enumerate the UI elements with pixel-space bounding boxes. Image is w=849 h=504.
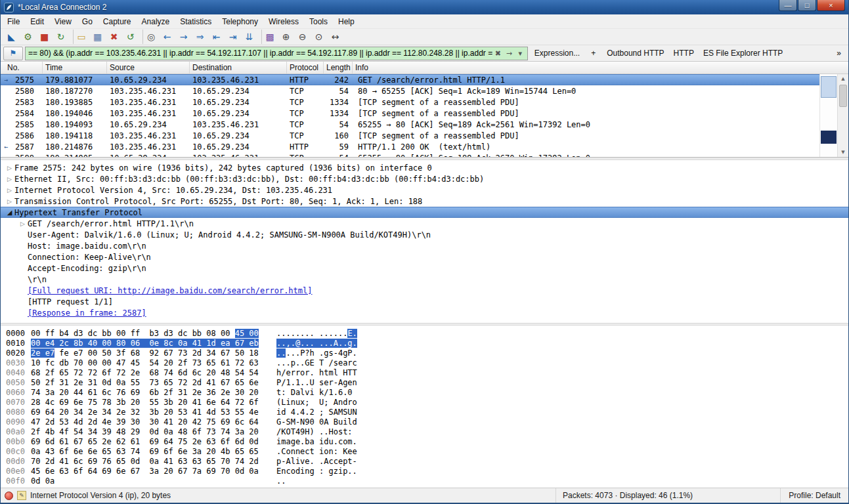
packet-row[interactable]: → 2575 179.881077 10.65.29.234 103.235.4…	[1, 74, 819, 85]
hex-row[interactable]: 00e0 45 6e 63 6f 64 69 6e 67 3a 20 67 7a…	[6, 467, 848, 476]
menu-item[interactable]: Help	[333, 16, 360, 28]
hex-row[interactable]: 0030 10 fc db 70 00 00 47 45 54 20 2f 73…	[6, 358, 848, 368]
detail-row[interactable]: ▷ Frame 2575: 242 bytes on wire (1936 bi…	[1, 162, 848, 173]
detail-row[interactable]: ▷ GET /search/error.html HTTP/1.1\r\n	[1, 218, 848, 229]
expander-icon[interactable]: ▷	[5, 198, 14, 205]
menu-item[interactable]: Tools	[304, 16, 333, 28]
resize-columns-button[interactable]: ↔	[327, 30, 343, 44]
packet-row[interactable]: 2584 180.194046 103.235.46.231 10.65.29.…	[1, 108, 819, 119]
expander-icon[interactable]: ◢	[5, 209, 14, 216]
zoom-100-button[interactable]: ⊙	[311, 30, 327, 44]
save-capture-button[interactable]: ▦	[89, 30, 106, 44]
hex-row[interactable]: 0090 47 2d 53 4d 2d 4e 39 30 30 41 20 42…	[6, 417, 848, 427]
column-header[interactable]: Length	[324, 62, 353, 74]
expander-icon[interactable]: ▷	[5, 165, 14, 171]
maximize-button[interactable]: □	[798, 0, 816, 11]
expression-button[interactable]: Expression...	[530, 49, 584, 58]
scroll-up-icon[interactable]: ▲	[838, 74, 848, 83]
menu-item[interactable]: View	[49, 16, 77, 28]
detail-row[interactable]: [HTTP request 1/1]	[1, 296, 848, 307]
scrollbar-thumb[interactable]	[839, 85, 847, 107]
clear-filter-icon[interactable]: ✖	[492, 49, 504, 58]
detail-row[interactable]: [Full request URI: http://image.baidu.co…	[1, 285, 848, 296]
minimize-button[interactable]: —	[779, 0, 797, 11]
reload-capture-button[interactable]: ↺	[122, 30, 139, 44]
go-first-packet-button[interactable]: ⇤	[208, 30, 225, 44]
filter-shortcut-button[interactable]: Outbound HTTP	[602, 49, 668, 58]
menu-item[interactable]: Statistics	[175, 16, 217, 28]
menu-item[interactable]: Wireless	[263, 16, 304, 28]
add-filter-shortcut-button[interactable]: +	[586, 49, 600, 58]
packet-list-scrollbar[interactable]: ▲ ▼	[837, 74, 848, 157]
packet-row[interactable]: ← 2587 180.214876 103.235.46.231 10.65.2…	[1, 141, 819, 152]
go-last-packet-button[interactable]: ⇥	[225, 30, 241, 44]
hex-row[interactable]: 0010 00 e4 2c 8b 40 00 80 06 0e 8c 0a 41…	[6, 339, 848, 348]
close-capture-button[interactable]: ✖	[106, 30, 122, 44]
hex-row[interactable]: 00c0 0a 43 6f 6e 6e 65 63 74 69 6f 6e 3a…	[6, 447, 848, 457]
detail-row[interactable]: [Response in frame: 2587]	[1, 307, 848, 318]
intelligent-scrollbar-minimap[interactable]	[819, 74, 837, 157]
hex-row[interactable]: 0060 74 3a 20 44 61 6c 76 69 6b 2f 31 2e…	[6, 388, 848, 398]
toolbar-overflow-button[interactable]: »	[832, 49, 846, 58]
capture-options-button[interactable]: ⚙	[20, 30, 36, 44]
hex-row[interactable]: 0040 68 2f 65 72 72 6f 72 2e 68 74 6d 6c…	[6, 368, 848, 378]
auto-scroll-button[interactable]: ⇊	[241, 30, 257, 44]
filter-shortcut-button[interactable]: ES File Explorer HTTP	[699, 49, 787, 58]
stop-capture-button[interactable]: ■	[36, 30, 53, 44]
go-to-packet-button[interactable]: ⇒	[192, 30, 208, 44]
menu-item[interactable]: File	[2, 16, 25, 28]
detail-row[interactable]: \r\n	[1, 274, 848, 285]
packet-row[interactable]: 2588 180.214905 10.65.29.234 103.235.46.…	[1, 152, 819, 158]
hex-row[interactable]: 0050 50 2f 31 2e 31 0d 0a 55 73 65 72 2d…	[6, 378, 848, 388]
minimap-thumb[interactable]	[821, 76, 837, 98]
start-capture-button[interactable]: ◣	[3, 30, 20, 44]
restart-capture-button[interactable]: ↻	[53, 30, 69, 44]
expander-icon[interactable]: ▷	[18, 220, 28, 227]
open-capture-button[interactable]: ▭	[73, 30, 89, 44]
capture-comment-icon[interactable]: ✎	[17, 491, 26, 500]
detail-row[interactable]: ▷ Ethernet II, Src: 00:ff:b3:d3:dc:bb (0…	[1, 173, 848, 184]
hex-row[interactable]: 00f0 0d 0a ..	[6, 476, 848, 486]
detail-row[interactable]: Accept-Encoding: gzip\r\n	[1, 262, 848, 274]
packet-row[interactable]: 2586 180.194118 103.235.46.231 10.65.29.…	[1, 130, 819, 141]
hex-row[interactable]: 00b0 69 6d 61 67 65 2e 62 61 69 64 75 2e…	[6, 437, 848, 447]
go-forward-button[interactable]: →	[175, 30, 192, 44]
detail-row[interactable]: User-Agent: Dalvik/1.6.0 (Linux; U; Andr…	[1, 229, 848, 240]
expander-icon[interactable]: ▷	[5, 187, 14, 194]
detail-row[interactable]: ▷ Internet Protocol Version 4, Src: 10.6…	[1, 184, 848, 196]
zoom-out-button[interactable]: ⊖	[294, 30, 311, 44]
column-header[interactable]: Protocol	[287, 62, 324, 74]
detail-row[interactable]: ◢ Hypertext Transfer Protocol	[1, 207, 848, 218]
go-back-button[interactable]: ←	[159, 30, 175, 44]
column-header[interactable]: No.	[1, 62, 43, 74]
zoom-in-button[interactable]: ⊕	[278, 30, 294, 44]
close-button[interactable]: ×	[817, 0, 845, 11]
packet-row[interactable]: 2585 180.194093 10.65.29.234 103.235.46.…	[1, 119, 819, 130]
menu-item[interactable]: Capture	[98, 16, 137, 28]
packet-row[interactable]: 2583 180.193885 103.235.46.231 10.65.29.…	[1, 96, 819, 108]
hex-row[interactable]: 0000 00 ff b4 d3 dc bb 00 ff b3 d3 dc bb…	[6, 329, 848, 339]
menu-item[interactable]: Telephony	[217, 16, 263, 28]
hex-row[interactable]: 00a0 2f 4b 4f 54 34 39 48 29 0d 0a 48 6f…	[6, 427, 848, 437]
filter-shortcut-button[interactable]: HTTP	[669, 49, 699, 58]
menu-item[interactable]: Go	[77, 16, 98, 28]
expander-icon[interactable]: ▷	[5, 176, 14, 182]
display-filter-input[interactable]	[28, 49, 492, 58]
colorize-button[interactable]: ▩	[261, 30, 278, 44]
filter-bookmark-button[interactable]: ⚑	[3, 47, 23, 60]
detail-row[interactable]: Host: image.baidu.com\r\n	[1, 240, 848, 251]
column-header[interactable]: Info	[353, 62, 848, 74]
profile-status[interactable]: Profile: Default	[781, 491, 848, 500]
hex-row[interactable]: 0020 2e e7 fe e7 00 50 3f 68 92 67 73 2d…	[6, 348, 848, 358]
detail-row[interactable]: Connection: Keep-Alive\r\n	[1, 251, 848, 262]
hex-row[interactable]: 0080 69 64 20 34 2e 34 2e 32 3b 20 53 41…	[6, 408, 848, 417]
find-packet-button[interactable]: ◎	[142, 30, 159, 44]
column-header[interactable]: Destination	[190, 62, 287, 74]
packet-row[interactable]: 2580 180.187270 103.235.46.231 10.65.29.…	[1, 85, 819, 96]
column-header[interactable]: Time	[43, 62, 107, 74]
titlebar[interactable]: *Local Area Connection 2 — □ ×	[1, 0, 848, 14]
menu-item[interactable]: Edit	[25, 16, 49, 28]
apply-filter-icon[interactable]: →	[504, 49, 515, 58]
expert-info-icon[interactable]	[5, 492, 13, 500]
detail-row[interactable]: ▷ Transmission Control Protocol, Src Por…	[1, 196, 848, 207]
